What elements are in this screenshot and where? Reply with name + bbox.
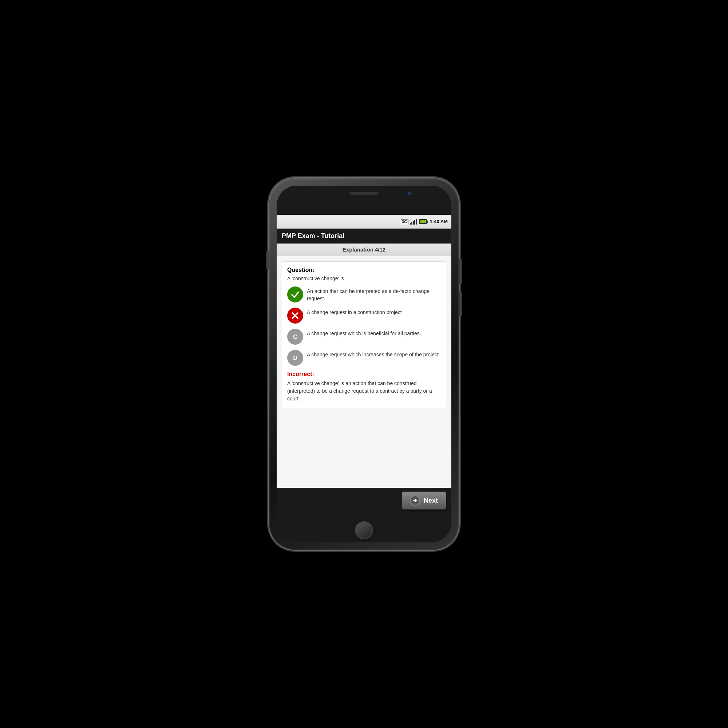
answer-icon-d: D <box>287 350 303 366</box>
answer-text-c: A change request which is beneficial for… <box>307 329 441 337</box>
bottom-bar: ➜ Next <box>277 488 451 513</box>
camera-dot <box>408 191 411 195</box>
next-button[interactable]: ➜ Next <box>401 491 446 509</box>
answer-option-b[interactable]: A change request in a construction proje… <box>287 307 441 324</box>
network-3g-icon: 3G <box>401 219 408 224</box>
explanation-text: A 'constructive change' is an action tha… <box>287 380 441 402</box>
status-time: 1:40 AM <box>430 219 448 224</box>
next-button-label: Next <box>424 497 438 505</box>
svg-text:D: D <box>293 355 297 361</box>
power-button[interactable] <box>459 258 462 284</box>
question-text: A 'constructive change' is <box>287 275 441 281</box>
answer-text-b: A change request in a construction proje… <box>307 307 441 316</box>
status-icons: 3G ⚡ 1:40 AM <box>401 219 448 225</box>
answer-option-d[interactable]: D A change request which increases the s… <box>287 350 441 366</box>
answer-icon-incorrect <box>287 307 303 324</box>
answer-text-d: A change request which increases the sco… <box>307 350 441 359</box>
explanation-title: Explanation 4/12 <box>343 246 385 252</box>
xmark-icon <box>289 309 302 322</box>
letter-d-icon: D <box>289 351 302 364</box>
question-label: Question: <box>287 267 441 273</box>
home-button[interactable] <box>355 521 373 540</box>
answer-option-c[interactable]: C A change request which is beneficial f… <box>287 329 441 345</box>
speaker-grille <box>349 192 379 195</box>
app-title-bar: PMP Exam - Tutorial <box>277 229 451 243</box>
answer-icon-correct <box>287 286 303 303</box>
screen-content: 3G ⚡ 1:40 AM PMP <box>277 215 451 513</box>
checkmark-icon <box>289 288 302 301</box>
answer-option-a[interactable]: An action that can be interpreted as a d… <box>287 286 441 303</box>
status-bar: 3G ⚡ 1:40 AM <box>277 215 451 229</box>
app-title: PMP Exam - Tutorial <box>282 232 344 240</box>
answer-text-a: An action that can be interpreted as a d… <box>307 286 441 302</box>
signal-bars-icon <box>410 219 417 225</box>
svg-point-0 <box>289 288 301 301</box>
battery-icon: ⚡ <box>419 219 427 224</box>
result-label: Incorrect: <box>287 371 441 378</box>
question-card: Question: A 'constructive change' is An … <box>282 262 446 408</box>
letter-c-icon: C <box>289 330 302 343</box>
phone-screen: 3G ⚡ 1:40 AM PMP <box>277 186 451 542</box>
volume-down-button[interactable] <box>459 291 462 317</box>
content-area: Question: A 'constructive change' is An … <box>277 256 451 488</box>
next-arrow-icon: ➜ <box>410 496 420 506</box>
volume-button[interactable] <box>266 251 269 269</box>
answer-icon-c: C <box>287 329 303 345</box>
phone-device: 3G ⚡ 1:40 AM PMP <box>269 178 459 550</box>
explanation-header: Explanation 4/12 <box>277 243 451 256</box>
svg-text:C: C <box>293 333 297 340</box>
